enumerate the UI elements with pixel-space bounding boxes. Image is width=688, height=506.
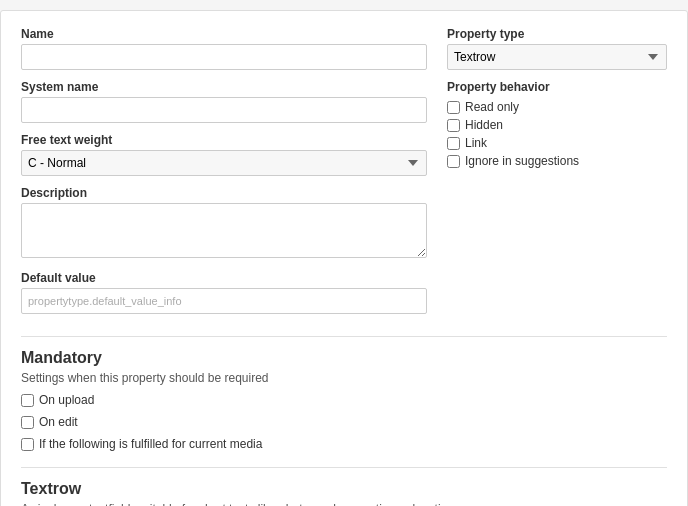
on-edit-label: On edit <box>39 415 78 429</box>
on-upload-label: On upload <box>39 393 94 407</box>
free-text-weight-field-group: Free text weight C - Normal A - High B -… <box>21 133 427 176</box>
property-behavior-section: Property behavior Read only Hidden Link … <box>447 80 667 168</box>
property-behavior-label: Property behavior <box>447 80 667 94</box>
free-text-weight-select-wrapper: C - Normal A - High B - Medium D - Low <box>21 150 427 176</box>
property-type-select[interactable]: Textrow Textarea Number Date Checkbox <box>447 44 667 70</box>
textrow-title: Textrow <box>21 480 667 498</box>
system-name-label: System name <box>21 80 427 94</box>
mandatory-desc: Settings when this property should be re… <box>21 371 667 385</box>
link-checkbox[interactable] <box>447 137 460 150</box>
default-value-field-group: Default value <box>21 271 427 314</box>
ignore-checkbox-item: Ignore in suggestions <box>447 154 667 168</box>
on-edit-checkbox-item: On edit <box>21 415 667 429</box>
free-text-weight-label: Free text weight <box>21 133 427 147</box>
name-label: Name <box>21 27 427 41</box>
divider-2 <box>21 467 667 468</box>
on-upload-checkbox-item: On upload <box>21 393 667 407</box>
description-label: Description <box>21 186 427 200</box>
if-following-checkbox-item: If the following is fulfilled for curren… <box>21 437 667 451</box>
divider-1 <box>21 336 667 337</box>
default-value-input[interactable] <box>21 288 427 314</box>
hidden-checkbox-item: Hidden <box>447 118 667 132</box>
property-type-label: Property type <box>447 27 667 41</box>
ignore-label: Ignore in suggestions <box>465 154 579 168</box>
if-following-checkbox[interactable] <box>21 438 34 451</box>
default-value-label: Default value <box>21 271 427 285</box>
on-upload-checkbox[interactable] <box>21 394 34 407</box>
property-type-field-group: Property type Textrow Textarea Number Da… <box>447 27 667 70</box>
system-name-input[interactable] <box>21 97 427 123</box>
read-only-checkbox[interactable] <box>447 101 460 114</box>
link-checkbox-item: Link <box>447 136 667 150</box>
name-input[interactable] <box>21 44 427 70</box>
property-type-select-wrapper: Textrow Textarea Number Date Checkbox <box>447 44 667 70</box>
description-field-group: Description <box>21 186 427 261</box>
system-name-field-group: System name <box>21 80 427 123</box>
read-only-label: Read only <box>465 100 519 114</box>
mandatory-section: Mandatory Settings when this property sh… <box>21 349 667 455</box>
name-field-group: Name <box>21 27 427 70</box>
link-label: Link <box>465 136 487 150</box>
on-edit-checkbox[interactable] <box>21 416 34 429</box>
mandatory-title: Mandatory <box>21 349 667 367</box>
description-input[interactable] <box>21 203 427 258</box>
if-following-label: If the following is fulfilled for curren… <box>39 437 262 451</box>
textrow-desc: A single row textfield, suitable for sho… <box>21 502 667 506</box>
textrow-section: Textrow A single row textfield, suitable… <box>21 480 667 506</box>
hidden-checkbox[interactable] <box>447 119 460 132</box>
mandatory-checkboxes: On upload On edit If the following is fu… <box>21 393 667 455</box>
read-only-checkbox-item: Read only <box>447 100 667 114</box>
free-text-weight-select[interactable]: C - Normal A - High B - Medium D - Low <box>21 150 427 176</box>
ignore-checkbox[interactable] <box>447 155 460 168</box>
hidden-label: Hidden <box>465 118 503 132</box>
